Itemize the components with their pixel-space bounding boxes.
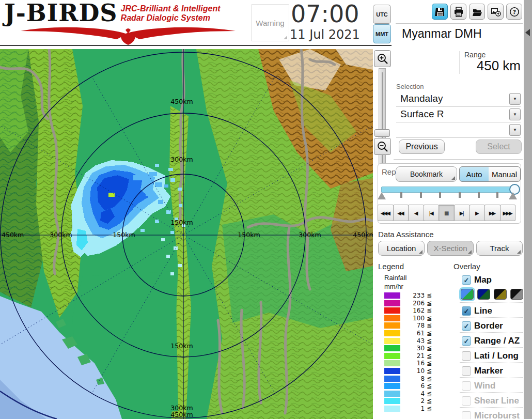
legend-swatch <box>384 300 400 306</box>
legend-value: 43 ≦ <box>402 337 432 345</box>
overlay-checkbox[interactable]: ✓ <box>462 321 471 331</box>
dropdown-extra[interactable]: ▼ <box>396 123 521 138</box>
select-button[interactable]: Select <box>476 139 522 154</box>
help-button[interactable]: ? <box>506 4 522 20</box>
playback-button-3[interactable]: |◀ <box>424 205 440 221</box>
overlay-item-marker[interactable]: Marker <box>460 365 523 378</box>
overlay-item-shear-line[interactable]: Shear Line <box>460 395 523 408</box>
overlay-checkbox[interactable]: ✓ <box>462 275 471 285</box>
header-divider <box>0 45 392 46</box>
overlay-separator <box>460 407 523 408</box>
app-logo: J-BIRDSJRC-Brilliant & IntelligentRadar … <box>4 1 247 44</box>
overlay-item-line[interactable]: ✓Line <box>460 305 523 318</box>
warning-button[interactable]: Warning <box>251 4 289 41</box>
svg-text:?: ? <box>512 9 515 15</box>
overlay-item-range-az[interactable]: ✓Range / AZ <box>460 335 523 348</box>
replay-range-start-marker[interactable] <box>378 192 386 199</box>
legend-value: 61 ≦ <box>402 330 432 337</box>
legend-title: Rainfallmm/hr <box>384 274 406 291</box>
overlay-item-label: Lati / Long <box>474 351 519 361</box>
overlay-item-label: Marker <box>474 366 503 376</box>
overlay-item-map[interactable]: ✓Map <box>460 274 523 287</box>
overlay-checkbox <box>462 381 471 391</box>
previous-button[interactable]: Previous <box>399 139 445 154</box>
overlay-item-label: Map <box>474 275 492 285</box>
timezone-utc-button[interactable]: UTC <box>373 5 391 24</box>
radar-map[interactable]: ; <box>0 49 373 419</box>
playback-button-5[interactable]: ▶| <box>454 205 470 221</box>
replay-manual-button[interactable]: Manual <box>489 166 521 182</box>
map-style-swatch-2[interactable] <box>494 289 507 300</box>
dropdown-site[interactable]: Mandalay ▼ <box>396 92 521 107</box>
replay-tick <box>439 192 441 198</box>
overlay-checkbox <box>462 411 471 419</box>
overlay-item-microburst[interactable]: Microburst <box>460 410 523 419</box>
zoom-slider-handle[interactable] <box>374 129 390 137</box>
legend-swatch <box>384 376 400 382</box>
station-title: Myanmar DMH <box>402 27 482 41</box>
dropdown-product-value: Surface R <box>400 108 444 120</box>
radar-map-canvas: ; <box>0 49 373 419</box>
playback-button-2[interactable]: ◀ <box>408 205 424 221</box>
range-ring-label: 150km <box>170 219 193 226</box>
legend-value: 162 ≦ <box>402 307 432 314</box>
replay-range-end-marker[interactable] <box>509 192 517 199</box>
track-button[interactable]: Track <box>476 241 523 256</box>
overlay-checkbox[interactable]: ✓ <box>462 336 471 346</box>
logo-title: J-BIRDS <box>4 1 118 25</box>
timezone-mmt-button[interactable]: MMT <box>373 24 391 43</box>
map-style-swatch-1[interactable] <box>477 289 490 300</box>
zoom-out-button[interactable] <box>374 138 391 155</box>
x-section-button[interactable]: X-Section <box>427 241 474 256</box>
dropdown-arrow-icon[interactable]: ▼ <box>509 124 521 136</box>
overlay-item-label: Wind <box>474 381 495 391</box>
save-button[interactable] <box>432 4 448 20</box>
overlay-item-label: Range / AZ <box>474 336 520 346</box>
overlay-checkbox[interactable]: ✓ <box>462 306 471 316</box>
legend-value: 2 ≦ <box>402 397 432 405</box>
zoom-in-icon <box>377 53 389 65</box>
overlay-item-border[interactable]: ✓Border <box>460 320 523 333</box>
map-style-swatch-0[interactable] <box>461 289 474 300</box>
dropdown-arrow-icon[interactable]: ▼ <box>509 108 521 120</box>
export-image-icon <box>491 7 501 17</box>
legend-swatch <box>384 391 400 397</box>
legend-label: Legend <box>378 262 404 271</box>
overlay-checkbox[interactable] <box>462 366 471 376</box>
playback-button-0[interactable]: ◀◀◀ <box>378 205 394 221</box>
playback-button-4[interactable]: ■ <box>439 205 455 221</box>
overlay-separator <box>460 362 523 363</box>
panel-collapse-strip[interactable] <box>524 0 532 419</box>
legend-row: 61 ≦ <box>384 330 441 337</box>
location-button[interactable]: Location <box>378 241 425 256</box>
map-style-swatch-3[interactable] <box>510 289 523 300</box>
overlay-item-label: Microburst <box>474 411 520 419</box>
zoom-in-button[interactable] <box>374 50 391 67</box>
playback-button-6[interactable]: ▶ <box>470 205 486 221</box>
playback-button-8[interactable]: ▶▶▶ <box>500 205 516 221</box>
open-folder-button[interactable] <box>469 4 485 20</box>
overlay-item-lati-long[interactable]: Lati / Long <box>460 350 523 363</box>
print-icon <box>453 7 464 17</box>
legend-swatch <box>384 338 400 344</box>
legend-swatch <box>384 406 400 412</box>
legend-value: 78 ≦ <box>402 322 432 329</box>
playback-button-1[interactable]: ◀◀ <box>393 205 409 221</box>
replay-auto-button[interactable]: Auto <box>459 166 489 182</box>
playback-controls: ◀◀◀◀◀◀|◀■▶|▶▶▶▶▶▶ <box>378 205 515 221</box>
replay-tick <box>459 192 461 198</box>
bookmark-button[interactable]: Bookmark <box>396 166 457 182</box>
overlay-separator <box>460 317 523 318</box>
overlay-item-wind[interactable]: Wind <box>460 380 523 393</box>
range-ring-label: 450km <box>170 411 193 418</box>
overlay-item-label: Shear Line <box>474 396 519 406</box>
range-value: 450 km <box>444 58 521 74</box>
legend-value: 233 ≦ <box>402 292 432 299</box>
legend-swatch <box>384 307 400 314</box>
dropdown-arrow-icon[interactable]: ▼ <box>509 93 521 105</box>
overlay-checkbox[interactable] <box>462 351 471 361</box>
export-image-button[interactable] <box>488 4 504 20</box>
print-button[interactable] <box>450 4 466 20</box>
playback-button-7[interactable]: ▶▶ <box>484 205 500 221</box>
dropdown-product[interactable]: Surface R ▼ <box>396 107 521 122</box>
